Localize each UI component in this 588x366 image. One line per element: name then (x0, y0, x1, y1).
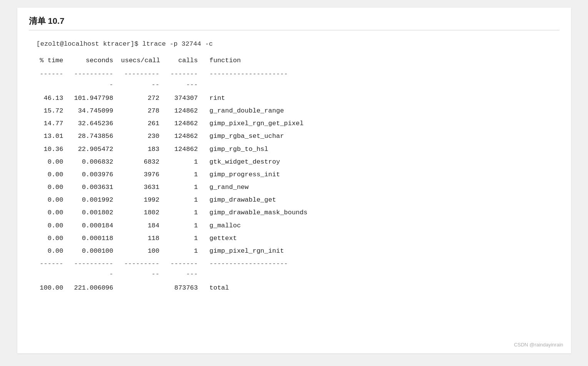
row-seconds: 22.905472 (71, 144, 121, 154)
row-pct: 10.36 (37, 144, 71, 154)
row-usecs: 261 (121, 118, 167, 129)
table-header: % time seconds usecs/call calls function (37, 55, 552, 66)
row-function: gimp_drawable_mask_bounds (206, 207, 552, 218)
row-usecs: 6832 (121, 157, 167, 167)
row-function: g_rand_double_range (206, 106, 552, 116)
table-row: 0.00 0.000184 184 1 g_malloc (37, 220, 552, 231)
row-seconds: 34.745099 (71, 106, 121, 116)
row-usecs: 230 (121, 131, 167, 141)
sep-seconds: ----------- (71, 69, 121, 89)
row-seconds: 0.006832 (71, 157, 121, 167)
table-row: 0.00 0.006832 6832 1 gtk_widget_destroy (37, 157, 552, 167)
row-calls: 1 (167, 169, 206, 180)
row-pct: 0.00 (37, 182, 71, 192)
separator-top: ------ ----------- ----------- ---------… (37, 69, 552, 89)
row-function: gimp_pixel_rgn_init (206, 246, 552, 256)
row-function: gimp_pixel_rgn_get_pixel (206, 118, 552, 129)
row-function: gtk_widget_destroy (206, 157, 552, 167)
sep-pct: ------ (37, 69, 71, 89)
table-row: 0.00 0.001992 1992 1 gimp_drawable_get (37, 195, 552, 205)
sep-b-usecs: ----------- (121, 258, 167, 279)
row-function: rint (206, 93, 552, 103)
table-row: 15.72 34.745099 278 124862 g_rand_double… (37, 106, 552, 116)
total-pct: 100.00 (37, 283, 71, 293)
row-calls: 1 (167, 195, 206, 205)
row-function: gimp_rgb_to_hsl (206, 144, 552, 154)
row-seconds: 0.001802 (71, 207, 121, 218)
row-calls: 124862 (167, 131, 206, 141)
row-usecs: 1802 (121, 207, 167, 218)
row-usecs: 3976 (121, 169, 167, 180)
row-function: g_malloc (206, 220, 552, 231)
table-row: 0.00 0.003976 3976 1 gimp_progress_init (37, 169, 552, 180)
row-calls: 374307 (167, 93, 206, 103)
row-usecs: 1992 (121, 195, 167, 205)
page-container: 清单 10.7 [ezolt@localhost ktracer]$ ltrac… (17, 8, 571, 353)
row-seconds: 28.743856 (71, 131, 121, 141)
row-seconds: 0.003976 (71, 169, 121, 180)
sep-usecs: ----------- (121, 69, 167, 89)
row-pct: 0.00 (37, 195, 71, 205)
header-usecs: usecs/call (121, 55, 167, 66)
header-calls: calls (167, 55, 206, 66)
sep-function: -------------------- (206, 69, 552, 89)
row-calls: 1 (167, 182, 206, 192)
table-row: 46.13 101.947798 272 374307 rint (37, 93, 552, 103)
header-pct: % time (37, 55, 71, 66)
table-body: 46.13 101.947798 272 374307 rint 15.72 3… (37, 93, 552, 256)
table-row: 0.00 0.003631 3631 1 g_rand_new (37, 182, 552, 192)
row-seconds: 32.645236 (71, 118, 121, 129)
table-row: 0.00 0.000118 118 1 gettext (37, 233, 552, 243)
row-calls: 124862 (167, 106, 206, 116)
table-row: 0.00 0.001802 1802 1 gimp_drawable_mask_… (37, 207, 552, 218)
row-usecs: 118 (121, 233, 167, 243)
row-seconds: 0.001992 (71, 195, 121, 205)
total-function: total (206, 283, 552, 293)
table-row: 0.00 0.000100 100 1 gimp_pixel_rgn_init (37, 246, 552, 256)
total-row: 100.00 221.006096 873763 total (37, 283, 552, 293)
row-function: gettext (206, 233, 552, 243)
row-seconds: 0.000184 (71, 220, 121, 231)
row-pct: 13.01 (37, 131, 71, 141)
page-title: 清单 10.7 (29, 15, 560, 30)
watermark: CSDN @raindayinrain (514, 342, 563, 348)
total-usecs (121, 283, 167, 293)
row-pct: 14.77 (37, 118, 71, 129)
row-usecs: 100 (121, 246, 167, 256)
table-row: 10.36 22.905472 183 124862 gimp_rgb_to_h… (37, 144, 552, 154)
row-calls: 1 (167, 157, 206, 167)
header-seconds: seconds (71, 55, 121, 66)
total-seconds: 221.006096 (71, 283, 121, 293)
row-function: g_rand_new (206, 182, 552, 192)
row-calls: 124862 (167, 118, 206, 129)
sep-b-pct: ------ (37, 258, 71, 279)
table-row: 14.77 32.645236 261 124862 gimp_pixel_rg… (37, 118, 552, 129)
row-pct: 0.00 (37, 246, 71, 256)
row-pct: 0.00 (37, 157, 71, 167)
row-usecs: 3631 (121, 182, 167, 192)
row-function: gimp_progress_init (206, 169, 552, 180)
row-usecs: 183 (121, 144, 167, 154)
row-seconds: 0.000118 (71, 233, 121, 243)
table-row: 13.01 28.743856 230 124862 gimp_rgba_set… (37, 131, 552, 141)
sep-b-seconds: ----------- (71, 258, 121, 279)
row-calls: 124862 (167, 144, 206, 154)
row-pct: 15.72 (37, 106, 71, 116)
row-pct: 0.00 (37, 220, 71, 231)
row-usecs: 278 (121, 106, 167, 116)
row-usecs: 272 (121, 93, 167, 103)
separator-bottom: ------ ----------- ----------- ---------… (37, 258, 552, 279)
sep-b-calls: ---------- (167, 258, 206, 279)
row-seconds: 0.003631 (71, 182, 121, 192)
row-seconds: 0.000100 (71, 246, 121, 256)
row-pct: 0.00 (37, 169, 71, 180)
row-calls: 1 (167, 207, 206, 218)
row-pct: 0.00 (37, 233, 71, 243)
sep-b-function: -------------------- (206, 258, 552, 279)
row-function: gimp_drawable_get (206, 195, 552, 205)
row-seconds: 101.947798 (71, 93, 121, 103)
command-line: [ezolt@localhost ktracer]$ ltrace -p 327… (37, 39, 552, 49)
row-calls: 1 (167, 220, 206, 231)
terminal-content: [ezolt@localhost ktracer]$ ltrace -p 327… (29, 35, 560, 299)
row-calls: 1 (167, 233, 206, 243)
